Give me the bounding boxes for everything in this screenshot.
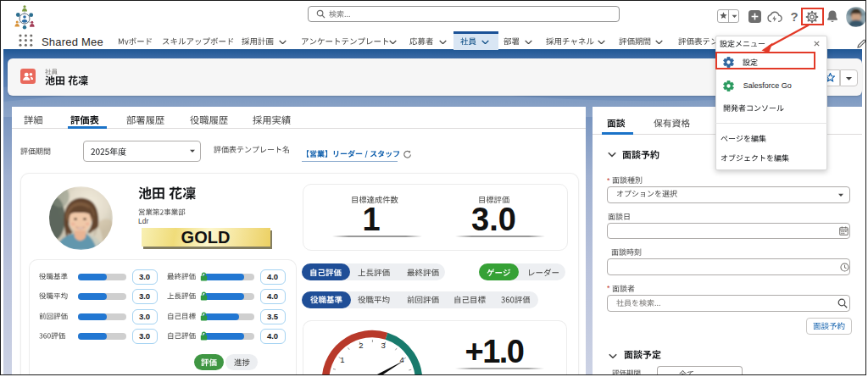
svg-text:1: 1 [340,355,344,364]
svg-text:3: 3 [381,341,385,350]
svg-text:2: 2 [359,341,363,350]
svg-text:?: ? [790,9,798,24]
